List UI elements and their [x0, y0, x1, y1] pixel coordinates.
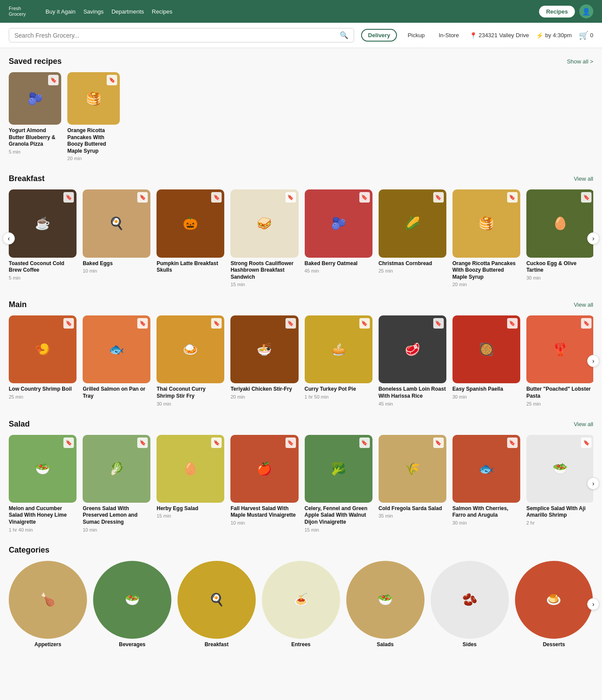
breakfast-next-button[interactable]: › [587, 232, 599, 245]
saved-bookmark-button[interactable]: 🔖 [107, 75, 117, 85]
category-emoji: 🥗 [346, 561, 425, 639]
nav-buy-again[interactable]: Buy it Again [45, 8, 76, 15]
bookmark-button[interactable]: 🔖 [359, 438, 370, 448]
recipe-card[interactable]: 🥘 🔖 Easy Spanish Paella 30 min [452, 315, 520, 406]
saved-recipe-image: 🫐 🔖 [9, 72, 61, 125]
recipe-name: Semplice Salad With Aji Amarillo Shrimp [526, 505, 593, 519]
nav-recipes[interactable]: Recipes [152, 8, 172, 15]
bookmark-button[interactable]: 🔖 [581, 192, 592, 203]
bookmark-button[interactable]: 🔖 [433, 192, 444, 203]
bookmark-button[interactable]: 🔖 [211, 438, 222, 448]
category-card[interactable]: 🍗 Appetizers [9, 561, 87, 648]
search-input[interactable] [14, 32, 340, 39]
recipe-time: 30 min [452, 520, 520, 525]
delivery-button[interactable]: Delivery [361, 29, 397, 42]
recipe-time: 15 min [305, 527, 372, 532]
recipe-image: 🐟 🔖 [83, 315, 150, 383]
cart-button[interactable]: 🛒 0 [579, 31, 593, 40]
recipe-card[interactable]: 🥧 🔖 Curry Turkey Pot Pie 1 hr 50 min [305, 315, 372, 406]
user-avatar[interactable]: 👤 [579, 4, 593, 18]
recipe-card[interactable]: ☕ 🔖 Toasted Coconut Cold Brew Coffee 5 m… [9, 189, 77, 287]
category-card[interactable]: 🍮 Desserts [515, 561, 593, 648]
recipe-image: 🌽 🔖 [379, 189, 446, 257]
bookmark-button[interactable]: 🔖 [211, 318, 222, 329]
recipe-card[interactable]: 🥬 🔖 Greens Salad With Preserved Lemon an… [83, 435, 150, 532]
saved-recipe-card[interactable]: 🥞 🔖 Orange Ricotta Pancakes With Boozy B… [67, 72, 120, 161]
bookmark-button[interactable]: 🔖 [63, 438, 74, 448]
logo: Fresh Grocery [9, 6, 35, 17]
recipe-card[interactable]: 🦞 🔖 Butter "Poached" Lobster Pasta 25 mi… [526, 315, 593, 406]
recipe-card[interactable]: 🥚 🔖 Herby Egg Salad 15 min [157, 435, 224, 532]
bookmark-button[interactable]: 🔖 [507, 318, 518, 329]
bookmark-button[interactable]: 🔖 [137, 192, 148, 203]
bookmark-button[interactable]: 🔖 [433, 438, 444, 448]
bookmark-button[interactable]: 🔖 [137, 438, 148, 448]
recipe-image: 🥦 🔖 [305, 435, 372, 503]
bookmark-button[interactable]: 🔖 [359, 318, 370, 329]
recipe-image: 🥬 🔖 [83, 435, 150, 503]
bookmark-button[interactable]: 🔖 [63, 318, 74, 329]
recipe-time: 5 min [9, 275, 77, 280]
recipe-card[interactable]: 🥗 🔖 Melon and Cucumber Salad With Honey … [9, 435, 77, 532]
categories-carousel: 🍗 Appetizers 🥗 Beverages 🍳 Breakfast 🍝 E… [9, 561, 593, 648]
bookmark-button[interactable]: 🔖 [285, 192, 296, 203]
category-card[interactable]: 🫘 Sides [431, 561, 509, 648]
breakfast-prev-button[interactable]: ‹ [3, 232, 15, 245]
bookmark-button[interactable]: 🔖 [285, 438, 296, 448]
category-card[interactable]: 🥗 Beverages [93, 561, 171, 648]
bookmark-button[interactable]: 🔖 [63, 192, 74, 203]
recipe-card[interactable]: 🥦 🔖 Celery, Fennel and Green Apple Salad… [305, 435, 372, 532]
recipe-card[interactable]: 🍛 🔖 Thai Coconut Curry Shrimp Stir Fry 3… [157, 315, 224, 406]
category-card[interactable]: 🍳 Breakfast [177, 561, 256, 648]
recipe-card[interactable]: 🥪 🔖 Strong Roots Cauliflower Hashbrown B… [230, 189, 298, 287]
pickup-button[interactable]: Pickup [404, 30, 428, 41]
saved-recipe-card[interactable]: 🫐 🔖 Yogurt Almond Butter Blueberry & Gra… [9, 72, 61, 161]
recipe-card[interactable]: 🍜 🔖 Teriyaki Chicken Stir-Fry 20 min [230, 315, 298, 406]
recipe-card[interactable]: 🎃 🔖 Pumpkin Latte Breakfast Skulls [157, 189, 224, 287]
bookmark-button[interactable]: 🔖 [581, 318, 592, 329]
recipe-card[interactable]: 🌾 🔖 Cold Fregola Sarda Salad 35 min [379, 435, 446, 532]
bookmark-button[interactable]: 🔖 [433, 318, 444, 329]
category-emoji: 🫘 [431, 561, 509, 639]
categories-next-button[interactable]: › [587, 598, 599, 610]
bookmark-button[interactable]: 🔖 [507, 438, 518, 448]
category-cards-row: 🍗 Appetizers 🥗 Beverages 🍳 Breakfast 🍝 E… [9, 561, 593, 648]
bookmark-button[interactable]: 🔖 [211, 192, 222, 203]
salad-view-all[interactable]: View all [574, 421, 593, 427]
category-card[interactable]: 🥗 Salads [346, 561, 425, 648]
category-card[interactable]: 🍝 Entrees [262, 561, 340, 648]
bookmark-button[interactable]: 🔖 [507, 192, 518, 203]
main-view-all[interactable]: View all [574, 301, 593, 308]
bookmark-button[interactable]: 🔖 [137, 318, 148, 329]
recipe-name: Boneless Lamb Loin Roast With Harissa Ri… [379, 386, 446, 399]
category-emoji: 🍗 [9, 561, 87, 639]
recipes-button[interactable]: Recipes [539, 6, 575, 18]
recipe-card[interactable]: 🥚 🔖 Cuckoo Egg & Olive Tartine 30 min [526, 189, 593, 287]
recipe-card[interactable]: 🥗 🔖 Semplice Salad With Aji Amarillo Shr… [526, 435, 593, 532]
category-image: 🍝 [262, 561, 340, 639]
nav-savings[interactable]: Savings [84, 8, 104, 15]
saved-recipes-show-all[interactable]: Show all > [567, 58, 593, 65]
bookmark-button[interactable]: 🔖 [285, 318, 296, 329]
nav-departments[interactable]: Departments [111, 8, 144, 15]
main-next-button[interactable]: › [587, 355, 599, 367]
breakfast-view-all[interactable]: View all [574, 175, 593, 182]
saved-bookmark-button[interactable]: 🔖 [48, 75, 59, 85]
recipe-card[interactable]: 🫐 🔖 Baked Berry Oatmeal 45 min [305, 189, 372, 287]
recipe-card[interactable]: 🌽 🔖 Christmas Cornbread 25 min [379, 189, 446, 287]
recipe-card[interactable]: 🐟 🔖 Grilled Salmon on Pan or Tray [83, 315, 150, 406]
recipe-time: 10 min [83, 268, 150, 273]
recipe-card[interactable]: 🍎 🔖 Fall Harvest Salad With Maple Mustar… [230, 435, 298, 532]
instore-button[interactable]: In-Store [435, 30, 462, 41]
header: Fresh Grocery Buy it Again Savings Depar… [0, 0, 602, 23]
recipe-image: 🌾 🔖 [379, 435, 446, 503]
recipe-card[interactable]: 🍳 🔖 Baked Eggs 10 min [83, 189, 150, 287]
bookmark-button[interactable]: 🔖 [581, 438, 592, 448]
recipe-card[interactable]: 🥩 🔖 Boneless Lamb Loin Roast With Hariss… [379, 315, 446, 406]
salad-next-button[interactable]: › [587, 477, 599, 490]
recipe-time: 35 min [379, 513, 446, 518]
recipe-card[interactable]: 🥞 🔖 Orange Ricotta Pancakes With Boozy B… [452, 189, 520, 287]
recipe-card[interactable]: 🐟 🔖 Salmon With Cherries, Farro and Arug… [452, 435, 520, 532]
bookmark-button[interactable]: 🔖 [359, 192, 370, 203]
recipe-card[interactable]: 🍤 🔖 Low Country Shrimp Boil 25 min [9, 315, 77, 406]
